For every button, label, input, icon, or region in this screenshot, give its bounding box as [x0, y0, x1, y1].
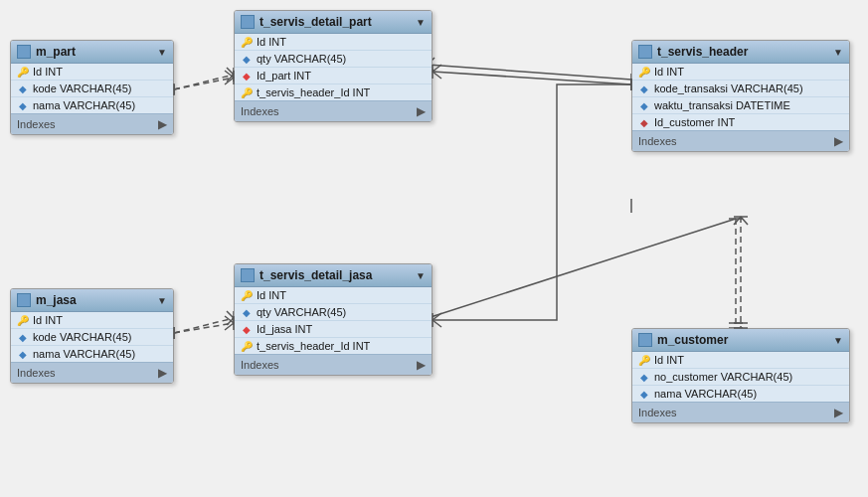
table-row: ◆ kode VARCHAR(45) — [11, 329, 173, 346]
table-row: 🔑 Id INT — [235, 287, 432, 304]
col-icon: ◆ — [241, 53, 253, 65]
table-header-t-servis-detail-jasa: t_servis_detail_jasa ▼ — [235, 264, 432, 287]
col-text: kode VARCHAR(45) — [33, 83, 131, 94]
table-row: ◆ nama VARCHAR(45) — [632, 386, 849, 402]
col-icon: ◆ — [638, 99, 650, 111]
dropdown-arrow[interactable]: ▼ — [157, 47, 167, 58]
table-m-jasa[interactable]: m_jasa ▼ 🔑 Id INT ◆ kode VARCHAR(45) ◆ n… — [10, 288, 174, 384]
col-text: qty VARCHAR(45) — [257, 306, 346, 318]
table-footer-m-jasa[interactable]: Indexes ▶ — [11, 362, 173, 383]
dropdown-arrow[interactable]: ▼ — [157, 295, 167, 306]
table-t-servis-header[interactable]: t_servis_header ▼ 🔑 Id INT ◆ kode_transa… — [631, 40, 850, 152]
table-body: 🔑 Id INT ◆ qty VARCHAR(45) ◆ Id_jasa INT… — [235, 287, 432, 354]
pk-icon: 🔑 — [241, 289, 253, 301]
table-header-t-servis-detail-part: t_servis_detail_part ▼ — [235, 11, 432, 34]
pk-icon: 🔑 — [638, 354, 650, 366]
table-icon — [241, 268, 255, 282]
svg-line-30 — [433, 72, 441, 79]
table-name: m_jasa — [36, 293, 77, 307]
dropdown-arrow[interactable]: ▼ — [416, 270, 426, 281]
table-header-m-jasa: m_jasa ▼ — [11, 289, 173, 312]
col-icon: ◆ — [638, 371, 650, 383]
fk-icon: ◆ — [17, 99, 29, 111]
table-row: ◆ nama VARCHAR(45) — [11, 346, 173, 362]
col-text: qty VARCHAR(45) — [257, 53, 346, 65]
dropdown-arrow[interactable]: ▼ — [833, 47, 843, 58]
col-text: nama VARCHAR(45) — [654, 388, 757, 400]
table-footer[interactable]: Indexes ▶ — [235, 100, 432, 121]
table-footer-m-customer[interactable]: Indexes ▶ — [632, 402, 849, 422]
col-text: t_servis_header_Id INT — [257, 86, 370, 98]
col-icon: ◆ — [638, 388, 650, 400]
table-icon — [638, 333, 652, 347]
fk-icon: ◆ — [241, 70, 253, 82]
col-icon: ◆ — [17, 348, 29, 360]
table-row: ◆ Id_jasa INT — [235, 321, 432, 338]
col-icon: ◆ — [241, 306, 253, 318]
col-text: Id INT — [257, 36, 286, 48]
table-row: 🔑 Id INT — [11, 312, 173, 329]
indexes-label: Indexes — [638, 135, 677, 147]
table-row: 🔑 t_servis_header_Id INT — [235, 84, 432, 100]
dropdown-arrow[interactable]: ▼ — [416, 17, 426, 28]
table-m-part[interactable]: m_part ▼ 🔑 Id INT ◆ kode VARCHAR(45) ◆ n… — [10, 40, 174, 135]
table-body: 🔑 Id INT ◆ kode_transaksi VARCHAR(45) ◆ … — [632, 64, 849, 130]
table-name-m-part: m_part — [36, 45, 76, 59]
svg-line-31 — [174, 323, 234, 333]
col-text: Id INT — [654, 66, 684, 78]
table-row: 🔑 Id INT — [235, 34, 432, 51]
svg-line-44 — [734, 217, 741, 225]
table-row: 🔑 Id INT — [632, 352, 849, 369]
col-text: nama VARCHAR(45) — [33, 348, 135, 360]
col-text: Id INT — [257, 289, 286, 301]
table-header-m-part: m_part ▼ — [11, 41, 173, 64]
col-text: Id INT — [33, 66, 63, 78]
indexes-arrow[interactable]: ▶ — [834, 406, 843, 419]
table-m-customer[interactable]: m_customer ▼ 🔑 Id INT ◆ no_customer VARC… — [631, 328, 850, 423]
fk-icon: ◆ — [241, 323, 253, 335]
table-row: ◆ Id_part INT — [235, 68, 432, 84]
svg-line-39 — [433, 320, 441, 327]
svg-line-34 — [225, 316, 234, 323]
dropdown-arrow[interactable]: ▼ — [833, 335, 843, 346]
table-row: ◆ waktu_transaksi DATETIME — [632, 97, 849, 114]
table-footer[interactable]: Indexes ▶ — [235, 354, 432, 375]
table-t-servis-detail-jasa[interactable]: t_servis_detail_jasa ▼ 🔑 Id INT ◆ qty VA… — [234, 263, 433, 376]
svg-line-24 — [225, 71, 234, 78]
pk-icon: 🔑 — [241, 340, 253, 352]
svg-line-0 — [174, 75, 234, 89]
pk-icon: 🔑 — [638, 66, 650, 78]
col-text: Id INT — [654, 354, 684, 366]
table-row: ◆ nama VARCHAR(45) — [11, 97, 173, 113]
indexes-arrow[interactable]: ▶ — [158, 117, 167, 131]
col-text: kode_transaksi VARCHAR(45) — [654, 83, 803, 94]
svg-line-45 — [741, 217, 748, 225]
pk-icon: 🔑 — [241, 36, 253, 48]
table-header-m-customer: m_customer ▼ — [632, 329, 849, 352]
table-footer[interactable]: Indexes ▶ — [632, 130, 849, 151]
indexes-arrow[interactable]: ▶ — [834, 134, 843, 148]
table-t-servis-detail-part[interactable]: t_servis_detail_part ▼ 🔑 Id INT ◆ qty VA… — [234, 10, 433, 122]
svg-line-21 — [174, 78, 234, 89]
table-name: t_servis_header — [657, 45, 748, 59]
indexes-arrow[interactable]: ▶ — [417, 358, 426, 372]
indexes-arrow[interactable]: ▶ — [417, 104, 426, 118]
col-text: nama VARCHAR(45) — [33, 99, 135, 111]
fk-icon: ◆ — [17, 83, 29, 94]
table-icon — [638, 45, 652, 59]
pk-icon: 🔑 — [17, 66, 29, 78]
table-icon — [241, 15, 255, 29]
table-row: ◆ qty VARCHAR(45) — [235, 51, 432, 68]
table-name: t_servis_detail_jasa — [260, 268, 372, 282]
table-row: 🔑 t_servis_header_Id INT — [235, 338, 432, 354]
svg-line-10 — [174, 318, 234, 333]
col-icon: ◆ — [638, 83, 650, 94]
indexes-arrow[interactable]: ▶ — [158, 366, 167, 380]
svg-line-38 — [433, 313, 441, 320]
svg-line-12 — [227, 311, 234, 318]
table-footer-m-part[interactable]: Indexes ▶ — [11, 113, 173, 134]
table-row: ◆ kode_transaksi VARCHAR(45) — [632, 81, 849, 97]
table-row: 🔑 Id INT — [11, 64, 173, 81]
svg-line-13 — [227, 318, 234, 325]
table-body: 🔑 Id INT ◆ kode VARCHAR(45) ◆ nama VARCH… — [11, 312, 173, 362]
